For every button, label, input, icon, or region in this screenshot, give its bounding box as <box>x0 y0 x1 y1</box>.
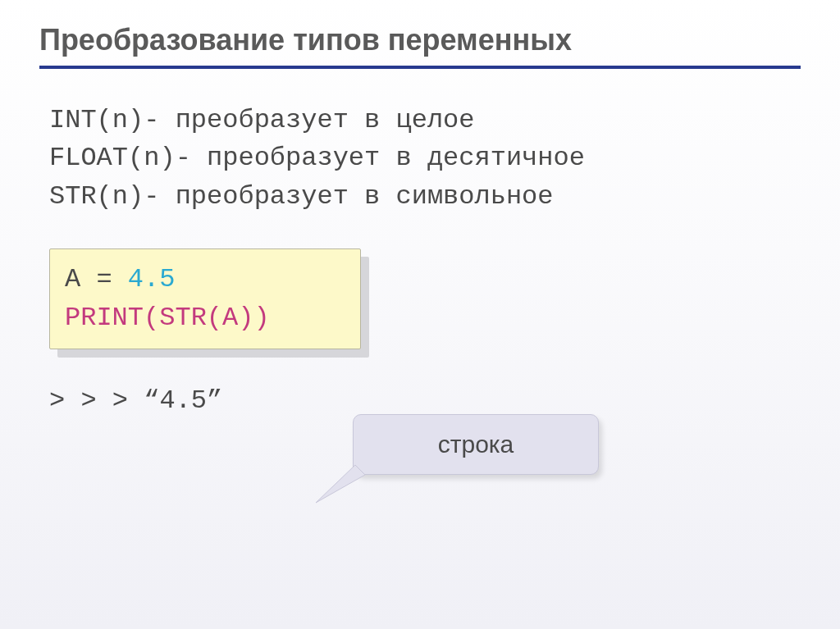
float-desc: - преобразует в десятичное <box>176 143 585 173</box>
float-arg: (n) <box>128 143 176 173</box>
output-line: > > > “4.5” <box>49 385 801 416</box>
code-paren-close: ) <box>253 303 269 333</box>
code-line-2: Print(str(a)) <box>65 299 345 337</box>
code-print: Print <box>65 303 144 333</box>
code-var-a: a <box>65 264 80 294</box>
code-paren-open: ( <box>144 303 159 333</box>
slide-title: Преобразование типов переменных <box>39 23 801 69</box>
code-inner-args: (a) <box>207 303 254 333</box>
str-desc: - преобразует в символьное <box>144 181 553 212</box>
str-fn: Str <box>49 181 97 212</box>
type-conversion-list: Int(n)- преобразует в целое Float(n)- пр… <box>49 102 801 216</box>
code-box: a = 4.5 Print(str(a)) <box>49 248 361 349</box>
int-arg: (n) <box>97 105 144 135</box>
float-fn: Float <box>49 143 128 173</box>
code-assign-op: = <box>80 264 128 294</box>
callout-text: строка <box>438 431 514 458</box>
code-number: 4.5 <box>128 264 176 294</box>
int-desc: - преобразует в целое <box>144 105 474 135</box>
svg-marker-0 <box>316 465 365 503</box>
code-line-1: a = 4.5 <box>65 261 345 299</box>
callout-label: строка <box>353 414 599 475</box>
slide: Преобразование типов переменных Int(n)- … <box>0 0 840 629</box>
code-example: a = 4.5 Print(str(a)) <box>49 248 361 349</box>
code-str-fn: str <box>159 303 207 333</box>
str-arg: (n) <box>97 181 144 212</box>
int-fn: Int <box>49 105 97 135</box>
